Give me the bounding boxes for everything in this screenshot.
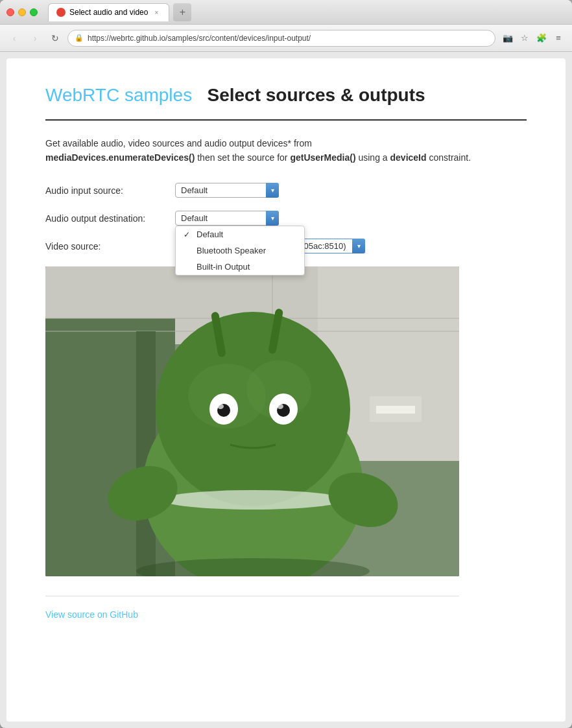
desc-text-2: then set the source for [195, 152, 290, 163]
divider [45, 596, 459, 596]
android-mascot-svg [45, 266, 459, 576]
star-icon[interactable]: ☆ [518, 31, 532, 45]
desc-bold: deviceId [390, 152, 427, 163]
audio-output-menu-item-builtin[interactable]: Built-in Output [176, 259, 304, 275]
audio-output-label: Audio output destination: [45, 213, 175, 224]
audio-input-select[interactable]: Default [175, 183, 279, 198]
desc-code-1: mediaDevices.enumerateDevices() [45, 152, 195, 163]
camera-icon[interactable]: 📷 [501, 31, 515, 45]
back-button[interactable]: ‹ [6, 30, 22, 46]
description: Get available audio, video sources and a… [45, 136, 527, 165]
svg-rect-5 [376, 406, 415, 414]
github-link[interactable]: View source on GitHub [45, 609, 138, 620]
desc-text-1: Get available audio, video sources and a… [45, 138, 312, 148]
audio-output-row: Audio output destination: Default Blueto… [45, 211, 527, 226]
page-content: WebRTC samples Select sources & outputs … [6, 58, 566, 722]
audio-output-menu[interactable]: ✓ Default Bluetooth Speaker Built-in Out… [175, 226, 305, 276]
svg-point-20 [162, 490, 344, 510]
audio-input-label: Audio input source: [45, 185, 175, 196]
tab-title: Select audio and video [69, 8, 148, 17]
browser-toolbar: ‹ › ↻ 🔒 https://webrtc.github.io/samples… [0, 25, 572, 52]
audio-output-menu-item-bluetooth[interactable]: Bluetooth Speaker [176, 242, 304, 259]
close-button[interactable] [6, 8, 14, 16]
toolbar-actions: 📷 ☆ 🧩 ≡ [501, 31, 566, 45]
tab-bar: Select audio and video × + [48, 3, 566, 21]
url-text: https://webrtc.github.io/samples/src/con… [88, 34, 311, 43]
svg-point-24 [217, 404, 224, 409]
lock-icon: 🔒 [75, 34, 84, 42]
minimize-button[interactable] [18, 8, 26, 16]
title-select: Select sources & outputs [208, 85, 425, 105]
desc-code-2: getUserMedia() [290, 152, 355, 163]
new-tab-button[interactable]: + [173, 3, 191, 21]
address-bar[interactable]: 🔒 https://webrtc.github.io/samples/src/c… [67, 30, 495, 47]
audio-input-row: Audio input source: Default ▾ [45, 183, 527, 198]
title-bar: Select audio and video × + [0, 0, 572, 25]
desc-end: constraint. [427, 152, 471, 163]
desc-text-3: using a [356, 152, 390, 163]
title-webrtc: WebRTC samples [45, 85, 192, 105]
maximize-button[interactable] [30, 8, 38, 16]
menu-item-builtin-label: Built-in Output [197, 262, 250, 272]
extensions-icon[interactable]: 🧩 [534, 31, 549, 45]
menu-item-bluetooth-label: Bluetooth Speaker [197, 246, 266, 255]
svg-point-25 [277, 404, 283, 409]
audio-output-menu-item-default[interactable]: ✓ Default [176, 226, 304, 242]
video-source-label: Video source: [45, 241, 175, 252]
active-tab[interactable]: Select audio and video × [48, 3, 169, 21]
page-title: WebRTC samples Select sources & outputs [45, 84, 527, 106]
tab-close-button[interactable]: × [152, 8, 161, 17]
forward-button[interactable]: › [27, 30, 43, 46]
traffic-lights [6, 8, 38, 16]
audio-input-dropdown-wrapper: Default ▾ [175, 183, 279, 198]
video-container [45, 266, 527, 576]
video-preview [45, 266, 459, 576]
tab-favicon [56, 8, 66, 17]
menu-item-default-label: Default [197, 229, 223, 239]
reload-button[interactable]: ↻ [48, 31, 62, 45]
menu-icon[interactable]: ≡ [551, 31, 566, 45]
browser-window: Select audio and video × + ‹ › ↻ 🔒 https… [0, 0, 572, 728]
audio-output-dropdown-wrapper: Default Bluetooth Speaker Built-in Outpu… [175, 211, 279, 226]
audio-output-select[interactable]: Default Bluetooth Speaker Built-in Outpu… [175, 211, 279, 226]
page-header: WebRTC samples Select sources & outputs [45, 84, 527, 121]
checkmark-icon: ✓ [184, 230, 193, 239]
